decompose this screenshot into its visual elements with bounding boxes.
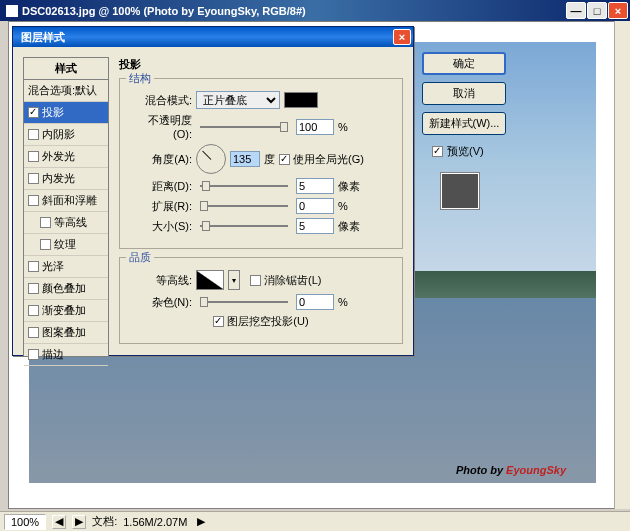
contour-swatch[interactable]	[196, 270, 224, 290]
angle-unit: 度	[264, 152, 275, 167]
main-window-titlebar: DSC02613.jpg @ 100% (Photo by EyoungSky,…	[0, 0, 630, 21]
unit-percent: %	[338, 121, 348, 133]
style-item-inner-shadow[interactable]: 内阴影	[24, 124, 108, 146]
noise-input[interactable]	[296, 294, 334, 310]
dialog-buttons-column: 确定 取消 新建样式(W)... 预览(V)	[422, 52, 506, 210]
opacity-input[interactable]	[296, 119, 334, 135]
unit-percent: %	[338, 296, 348, 308]
angle-input[interactable]	[230, 151, 260, 167]
structure-group: 结构 混合模式: 正片叠底 不透明度(O): % 角度(A): 度	[119, 78, 403, 249]
angle-label: 角度(A):	[130, 152, 192, 167]
shadow-color-swatch[interactable]	[284, 92, 318, 108]
style-item-texture[interactable]: 纹理	[24, 234, 108, 256]
layer-style-dialog: 图层样式 × 样式 混合选项:默认 投影 内阴影 外发光 内发光 斜面和浮雕 等…	[12, 26, 414, 356]
checkbox-icon[interactable]	[28, 151, 39, 162]
dialog-close-button[interactable]: ×	[393, 29, 411, 45]
minimize-button[interactable]: —	[566, 2, 586, 19]
zoom-level[interactable]: 100%	[4, 514, 46, 530]
nav-left-button[interactable]: ◀	[52, 515, 66, 529]
size-slider[interactable]	[200, 225, 288, 227]
ok-button[interactable]: 确定	[422, 52, 506, 75]
group-label-quality: 品质	[126, 250, 154, 265]
preview-label: 预览(V)	[447, 144, 484, 159]
nav-right-button[interactable]: ▶	[72, 515, 86, 529]
styles-header[interactable]: 样式	[23, 57, 109, 79]
status-bar: 100% ◀ ▶ 文档: 1.56M/2.07M ▶	[0, 511, 630, 531]
antialias-checkbox[interactable]	[250, 275, 261, 286]
checkbox-icon[interactable]	[28, 327, 39, 338]
noise-label: 杂色(N):	[130, 295, 192, 310]
document-icon	[6, 5, 18, 17]
dialog-title: 图层样式	[21, 30, 393, 45]
dropdown-arrow-icon[interactable]: ▶	[197, 515, 205, 528]
quality-group: 品质 等高线: ▾ 消除锯齿(L) 杂色(N): % 图层挖空投影(U)	[119, 257, 403, 344]
spread-label: 扩展(R):	[130, 199, 192, 214]
cancel-button[interactable]: 取消	[422, 82, 506, 105]
distance-label: 距离(D):	[130, 179, 192, 194]
distance-slider[interactable]	[200, 185, 288, 187]
blend-mode-label: 混合模式:	[130, 93, 192, 108]
knockout-checkbox[interactable]	[213, 316, 224, 327]
distance-input[interactable]	[296, 178, 334, 194]
style-item-outer-glow[interactable]: 外发光	[24, 146, 108, 168]
size-label: 大小(S):	[130, 219, 192, 234]
angle-dial[interactable]	[196, 144, 226, 174]
checkbox-icon[interactable]	[28, 305, 39, 316]
style-item-blend-options[interactable]: 混合选项:默认	[24, 80, 108, 102]
checkbox-icon[interactable]	[28, 107, 39, 118]
style-item-inner-glow[interactable]: 内发光	[24, 168, 108, 190]
watermark-text: Photo by EyoungSky	[456, 463, 566, 477]
global-light-checkbox[interactable]	[279, 154, 290, 165]
style-item-color-overlay[interactable]: 颜色叠加	[24, 278, 108, 300]
checkbox-icon[interactable]	[28, 349, 39, 360]
checkbox-icon[interactable]	[28, 261, 39, 272]
spread-slider[interactable]	[200, 205, 288, 207]
unit-px: 像素	[338, 219, 360, 234]
contour-label: 等高线:	[130, 273, 192, 288]
preview-checkbox[interactable]	[432, 146, 443, 157]
window-close-button[interactable]: ×	[608, 2, 628, 19]
unit-px: 像素	[338, 179, 360, 194]
checkbox-icon[interactable]	[40, 217, 51, 228]
dialog-titlebar[interactable]: 图层样式 ×	[13, 27, 413, 47]
unit-percent: %	[338, 200, 348, 212]
spread-input[interactable]	[296, 198, 334, 214]
antialias-label: 消除锯齿(L)	[264, 273, 321, 288]
blend-mode-select[interactable]: 正片叠底	[196, 91, 280, 109]
size-input[interactable]	[296, 218, 334, 234]
style-item-gradient-overlay[interactable]: 渐变叠加	[24, 300, 108, 322]
contour-dropdown-arrow[interactable]: ▾	[228, 270, 240, 290]
styles-column: 样式 混合选项:默认 投影 内阴影 外发光 内发光 斜面和浮雕 等高线 纹理 光…	[23, 57, 109, 345]
style-item-pattern-overlay[interactable]: 图案叠加	[24, 322, 108, 344]
style-item-stroke[interactable]: 描边	[24, 344, 108, 366]
style-item-satin[interactable]: 光泽	[24, 256, 108, 278]
opacity-label: 不透明度(O):	[130, 113, 192, 140]
style-item-drop-shadow[interactable]: 投影	[24, 102, 108, 124]
new-style-button[interactable]: 新建样式(W)...	[422, 112, 506, 135]
vertical-scrollbar[interactable]	[614, 21, 630, 509]
noise-slider[interactable]	[200, 301, 288, 303]
style-item-contour[interactable]: 等高线	[24, 212, 108, 234]
checkbox-icon[interactable]	[40, 239, 51, 250]
style-item-bevel[interactable]: 斜面和浮雕	[24, 190, 108, 212]
panel-title: 投影	[119, 57, 403, 72]
opacity-slider[interactable]	[200, 126, 288, 128]
global-light-label: 使用全局光(G)	[293, 152, 364, 167]
window-title: DSC02613.jpg @ 100% (Photo by EyoungSky,…	[22, 5, 565, 17]
preview-swatch	[440, 172, 480, 210]
settings-panel: 投影 结构 混合模式: 正片叠底 不透明度(O): % 角度(A):	[119, 57, 403, 345]
docsize-label: 文档:	[92, 514, 117, 529]
checkbox-icon[interactable]	[28, 129, 39, 140]
group-label-structure: 结构	[126, 71, 154, 86]
checkbox-icon[interactable]	[28, 283, 39, 294]
knockout-label: 图层挖空投影(U)	[227, 314, 308, 329]
styles-list: 混合选项:默认 投影 内阴影 外发光 内发光 斜面和浮雕 等高线 纹理 光泽 颜…	[23, 79, 109, 357]
checkbox-icon[interactable]	[28, 195, 39, 206]
checkbox-icon[interactable]	[28, 173, 39, 184]
maximize-button[interactable]: □	[587, 2, 607, 19]
docsize-value: 1.56M/2.07M	[123, 516, 187, 528]
